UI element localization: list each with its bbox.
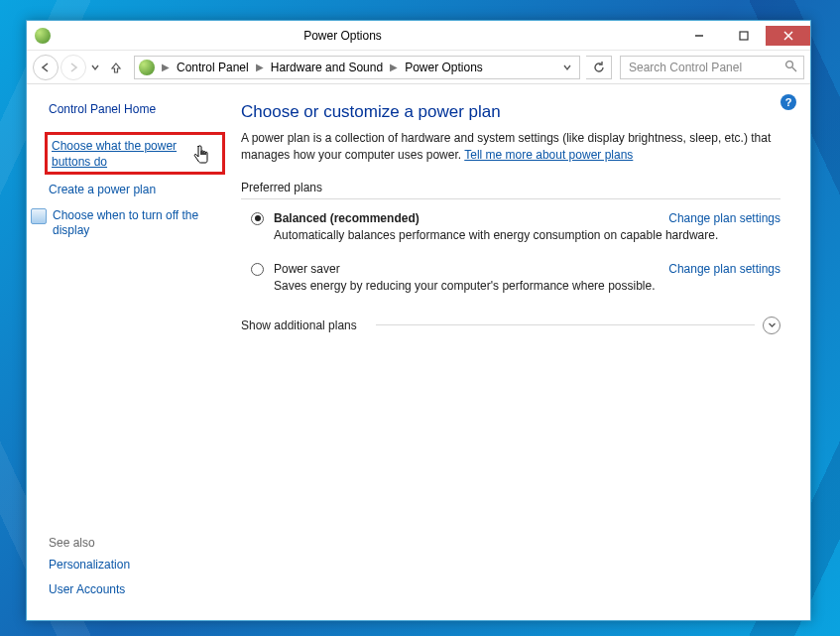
plan-radio-power-saver[interactable]	[251, 263, 264, 276]
plan-name[interactable]: Power saver	[274, 262, 668, 276]
svg-point-4	[786, 61, 793, 67]
power-options-window: Power Options ▶ Contro	[26, 20, 811, 621]
breadcrumb-item[interactable]: Power Options	[401, 61, 487, 74]
preferred-plans-label: Preferred plans	[241, 181, 780, 194]
main-pane: Choose or customize a power plan A power…	[233, 84, 810, 620]
power-options-icon	[139, 60, 155, 75]
minimize-button[interactable]	[676, 26, 721, 46]
sidebar-link-label: Choose when to turn off the display	[53, 208, 221, 239]
see-also-personalization[interactable]: Personalization	[49, 558, 221, 573]
side-pane: Control Panel Home Choose what the power…	[27, 84, 233, 620]
show-additional-plans-label: Show additional plans	[241, 318, 368, 332]
chevron-right-icon[interactable]: ▶	[161, 62, 171, 72]
plan-radio-balanced[interactable]	[251, 212, 264, 225]
show-additional-plans[interactable]: Show additional plans	[241, 317, 780, 334]
see-also-label: See also	[49, 536, 221, 550]
history-dropdown-icon[interactable]	[88, 61, 102, 74]
content-area: ? Control Panel Home Choose what the pow…	[27, 84, 810, 620]
up-button[interactable]	[104, 56, 128, 79]
divider	[376, 324, 756, 325]
page-description: A power plan is a collection of hardware…	[241, 130, 780, 165]
display-icon	[31, 208, 47, 224]
close-button[interactable]	[766, 26, 810, 46]
breadcrumb-bar[interactable]: ▶ Control Panel ▶ Hardware and Sound ▶ P…	[134, 56, 580, 79]
change-plan-settings-link[interactable]: Change plan settings	[668, 262, 780, 276]
maximize-button[interactable]	[721, 26, 766, 46]
breadcrumb-item[interactable]: Hardware and Sound	[267, 61, 387, 74]
window-title: Power Options	[59, 29, 676, 43]
expand-chevron-icon[interactable]	[763, 317, 780, 334]
plan-description: Automatically balances performance with …	[274, 228, 780, 242]
create-power-plan-link[interactable]: Create a power plan	[49, 183, 221, 198]
help-icon[interactable]: ?	[780, 94, 796, 110]
chevron-right-icon[interactable]: ▶	[255, 62, 265, 72]
chevron-down-icon[interactable]	[559, 61, 575, 74]
forward-button[interactable]	[60, 55, 86, 80]
plan-name[interactable]: Balanced (recommended)	[274, 211, 668, 225]
refresh-button[interactable]	[586, 56, 612, 79]
choose-turn-off-display-link[interactable]: Choose when to turn off the display	[31, 208, 221, 239]
tell-me-more-link[interactable]: Tell me more about power plans	[464, 148, 633, 162]
search-input[interactable]	[627, 60, 784, 75]
chevron-right-icon[interactable]: ▶	[389, 62, 399, 72]
see-also-user-accounts[interactable]: User Accounts	[49, 582, 221, 598]
search-icon[interactable]	[784, 60, 797, 75]
window-buttons	[676, 26, 810, 46]
change-plan-settings-link[interactable]: Change plan settings	[668, 211, 780, 225]
divider	[241, 198, 780, 199]
back-button[interactable]	[33, 55, 59, 80]
control-panel-home-link[interactable]: Control Panel Home	[49, 102, 221, 116]
power-options-icon	[35, 28, 51, 44]
plan-description: Saves energy by reducing your computer's…	[274, 279, 780, 293]
page-heading: Choose or customize a power plan	[241, 102, 780, 122]
titlebar: Power Options	[27, 21, 810, 51]
search-box[interactable]	[620, 56, 804, 79]
address-bar-row: ▶ Control Panel ▶ Hardware and Sound ▶ P…	[27, 51, 810, 84]
choose-power-buttons-link[interactable]: Choose what the power buttons do	[52, 139, 218, 170]
svg-line-5	[792, 67, 796, 71]
breadcrumb-item[interactable]: Control Panel	[173, 61, 253, 74]
plan-balanced: Balanced (recommended) Change plan setti…	[251, 211, 780, 256]
highlight-annotation: Choose what the power buttons do	[45, 132, 225, 175]
plan-power-saver: Power saver Change plan settings Saves e…	[251, 262, 780, 307]
svg-rect-1	[740, 32, 748, 40]
